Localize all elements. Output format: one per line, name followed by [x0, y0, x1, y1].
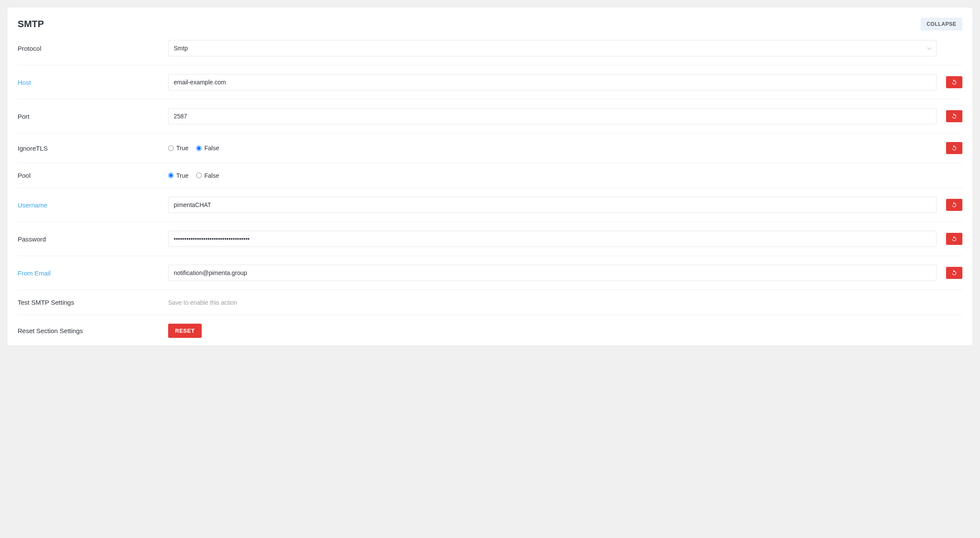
undo-icon	[951, 235, 957, 243]
row-reset-section: Reset Section Settings RESET	[18, 315, 962, 338]
ignoretls-true-radio[interactable]	[168, 145, 174, 151]
from-email-input[interactable]	[168, 265, 937, 281]
label-host[interactable]: Host	[18, 79, 160, 86]
label-reset-section: Reset Section Settings	[18, 327, 160, 334]
row-host: Host	[18, 65, 962, 99]
pool-false-radio[interactable]	[196, 173, 202, 178]
row-port: Port	[18, 99, 962, 133]
host-input[interactable]	[168, 74, 937, 90]
protocol-select[interactable]: Smtp	[168, 40, 937, 56]
password-input[interactable]	[168, 231, 937, 247]
undo-icon	[951, 79, 957, 86]
ignoretls-true-option[interactable]: True	[168, 145, 188, 152]
row-test-smtp: Test SMTP Settings Save to enable this a…	[18, 290, 962, 315]
undo-icon	[951, 113, 957, 120]
reset-ignoretls-button[interactable]	[946, 142, 962, 154]
label-password: Password	[18, 235, 160, 243]
undo-icon	[951, 269, 957, 277]
pool-true-option[interactable]: True	[168, 172, 188, 179]
radio-label-true: True	[176, 172, 188, 179]
label-username[interactable]: Username	[18, 201, 160, 209]
collapse-button[interactable]: COLLAPSE	[921, 18, 962, 31]
label-port: Port	[18, 113, 160, 120]
row-pool: Pool True False	[18, 163, 962, 188]
radio-label-false: False	[204, 172, 219, 179]
row-ignoretls: IgnoreTLS True False	[18, 133, 962, 163]
ignoretls-false-option[interactable]: False	[196, 145, 219, 152]
smtp-settings-panel: SMTP COLLAPSE Protocol Smtp Host	[7, 7, 973, 346]
radio-label-true: True	[176, 145, 188, 152]
reset-username-button[interactable]	[946, 199, 962, 211]
port-input[interactable]	[168, 108, 937, 124]
row-protocol: Protocol Smtp	[18, 40, 962, 65]
panel-header: SMTP COLLAPSE	[18, 18, 962, 31]
row-password: Password	[18, 222, 962, 256]
radio-label-false: False	[204, 145, 219, 152]
undo-icon	[951, 145, 957, 152]
row-username: Username	[18, 188, 962, 222]
pool-true-radio[interactable]	[168, 173, 174, 178]
pool-radio-group: True False	[168, 172, 219, 179]
label-from-email[interactable]: From Email	[18, 269, 160, 277]
panel-title: SMTP	[18, 19, 44, 30]
reset-port-button[interactable]	[946, 110, 962, 122]
label-test-smtp: Test SMTP Settings	[18, 299, 160, 306]
reset-password-button[interactable]	[946, 233, 962, 245]
row-from-email: From Email	[18, 256, 962, 290]
reset-from-email-button[interactable]	[946, 267, 962, 279]
label-protocol: Protocol	[18, 45, 160, 52]
undo-icon	[951, 201, 957, 209]
ignoretls-radio-group: True False	[168, 145, 219, 152]
ignoretls-false-radio[interactable]	[196, 145, 202, 151]
username-input[interactable]	[168, 197, 937, 213]
reset-host-button[interactable]	[946, 76, 962, 88]
pool-false-option[interactable]: False	[196, 172, 219, 179]
test-smtp-hint: Save to enable this action	[168, 299, 237, 306]
label-pool: Pool	[18, 172, 160, 179]
label-ignoretls: IgnoreTLS	[18, 145, 160, 152]
reset-section-button[interactable]: RESET	[168, 324, 202, 338]
